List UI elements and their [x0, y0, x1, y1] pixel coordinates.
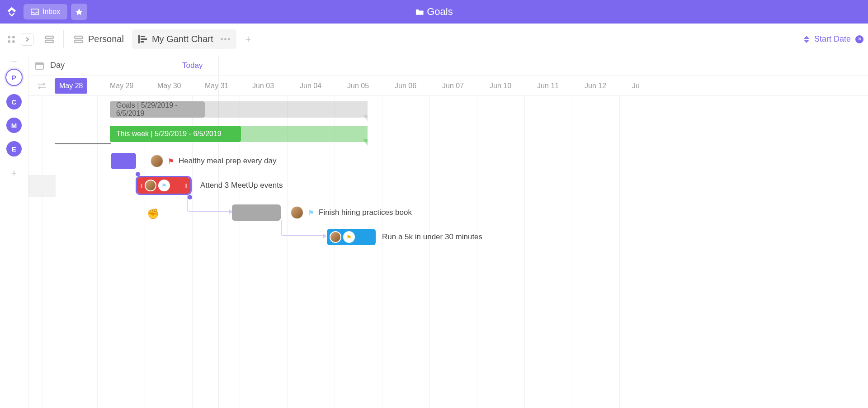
- sort-control[interactable]: Start Date ✕: [803, 34, 863, 44]
- svg-rect-9: [141, 36, 145, 37]
- view-toolbar: Personal My Gantt Chart + Start Date ✕: [0, 24, 868, 55]
- sort-icon: [803, 36, 810, 43]
- list-icon: [74, 35, 84, 44]
- svg-rect-10: [141, 38, 147, 40]
- add-view-button[interactable]: +: [245, 33, 251, 45]
- tab-gantt-chart[interactable]: My Gantt Chart: [132, 29, 236, 49]
- gantt-icon: [138, 35, 147, 43]
- divider: [63, 30, 64, 48]
- space-sidebar: – P C M E +: [0, 24, 28, 55]
- favorites-button[interactable]: [71, 4, 87, 20]
- list-collapse-icon[interactable]: [42, 33, 56, 46]
- svg-rect-8: [138, 35, 140, 43]
- inbox-label: Inbox: [42, 8, 60, 16]
- breadcrumb-personal[interactable]: Personal: [71, 34, 127, 44]
- app-header: Inbox Goals: [0, 0, 868, 24]
- clear-sort-button[interactable]: ✕: [855, 35, 863, 43]
- logo-icon[interactable]: [4, 4, 20, 20]
- folder-icon: [415, 8, 424, 16]
- star-icon: [75, 8, 83, 16]
- svg-rect-7: [75, 40, 83, 43]
- svg-rect-11: [141, 41, 144, 43]
- svg-rect-6: [75, 36, 83, 38]
- inbox-button[interactable]: Inbox: [24, 4, 67, 19]
- inbox-icon: [31, 9, 39, 15]
- svg-rect-5: [45, 40, 53, 43]
- tab-menu-icon[interactable]: [221, 38, 230, 40]
- svg-rect-4: [45, 36, 53, 38]
- page-title: Goals: [415, 6, 453, 18]
